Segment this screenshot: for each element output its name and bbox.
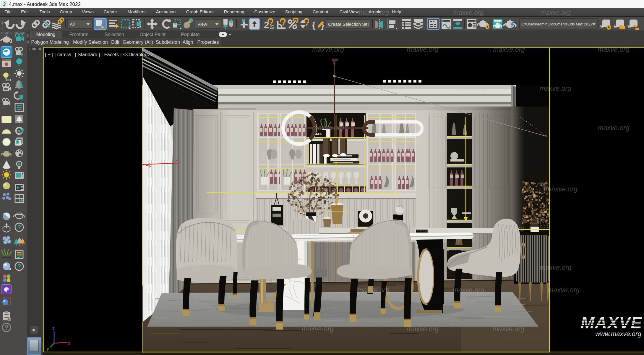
svg-text:maxve.org: maxve.org	[357, 286, 389, 294]
svg-text:maxve.org: maxve.org	[302, 325, 334, 333]
svg-text:maxve.org: maxve.org	[407, 325, 439, 333]
svg-text:Selection: Selection	[105, 32, 124, 37]
svg-text:maxve.org: maxve.org	[407, 47, 439, 53]
svg-text:Properties: Properties	[197, 40, 219, 45]
svg-text:Modify Selection: Modify Selection	[73, 40, 108, 45]
svg-text:maxve.org: maxve.org	[359, 185, 391, 193]
svg-text:maxve.org: maxve.org	[302, 225, 334, 232]
svg-text:maxve.org: maxve.org	[546, 185, 578, 193]
svg-text:Populate: Populate	[181, 32, 199, 37]
svg-text:y: y	[47, 346, 49, 351]
svg-text:maxve.org: maxve.org	[598, 47, 630, 53]
svg-text:{: {	[312, 20, 316, 30]
svg-text:maxve.org: maxve.org	[539, 85, 571, 92]
svg-text:Create Selection Seı: Create Selection Seı	[328, 22, 369, 27]
svg-text:maxve.org: maxve.org	[312, 124, 344, 132]
svg-text:?: ?	[5, 324, 8, 331]
svg-text:?: ?	[17, 263, 21, 270]
svg-text:maxve.org: maxve.org	[492, 225, 524, 232]
svg-text:Geometry (All): Geometry (All)	[123, 40, 153, 45]
svg-text:maxve.org: maxve.org	[548, 286, 580, 294]
svg-text:View: View	[197, 22, 207, 27]
svg-text:z: z	[52, 326, 54, 330]
svg-text:Polygon Modeling: Polygon Modeling	[31, 40, 69, 45]
svg-text:All: All	[70, 22, 75, 27]
svg-text:maxve.org: maxve.org	[407, 124, 439, 132]
svg-text:maxve.org: maxve.org	[312, 47, 344, 53]
svg-text:maxve.org: maxve.org	[358, 85, 390, 92]
svg-text:Modeling: Modeling	[36, 32, 56, 37]
svg-text:maxve.org: maxve.org	[598, 124, 630, 132]
svg-text:x: x	[175, 158, 178, 163]
svg-text:maxve.org: maxve.org	[492, 325, 524, 333]
svg-text:[ + ] [ camra ] [ Standard ] [: [ + ] [ camra ] [ Standard ] [ Facets ] …	[45, 52, 153, 57]
svg-text:C:\Users\admin\Documents\3ds M: C:\Users\admin\Documents\3ds Max 2022	[521, 22, 592, 26]
svg-text:maxve.org: maxve.org	[452, 286, 484, 294]
svg-text:Freeform: Freeform	[69, 32, 89, 37]
svg-text:maxve.org: maxve.org	[493, 47, 525, 53]
svg-text:Edit: Edit	[111, 40, 119, 45]
svg-text:maxve.org: maxve.org	[540, 264, 572, 271]
svg-text:Subdivision: Subdivision	[156, 40, 180, 45]
svg-text:.5: .5	[270, 25, 274, 30]
svg-text:maxve.org: maxve.org	[454, 85, 486, 92]
svg-text:x: x	[68, 341, 70, 346]
svg-text:maxve.org: maxve.org	[397, 225, 429, 232]
svg-text:?: ?	[17, 224, 21, 230]
svg-text:www.maxve.org: www.maxve.org	[595, 330, 641, 338]
svg-text:Align: Align	[183, 40, 193, 45]
svg-text:Object Paint: Object Paint	[139, 32, 166, 37]
